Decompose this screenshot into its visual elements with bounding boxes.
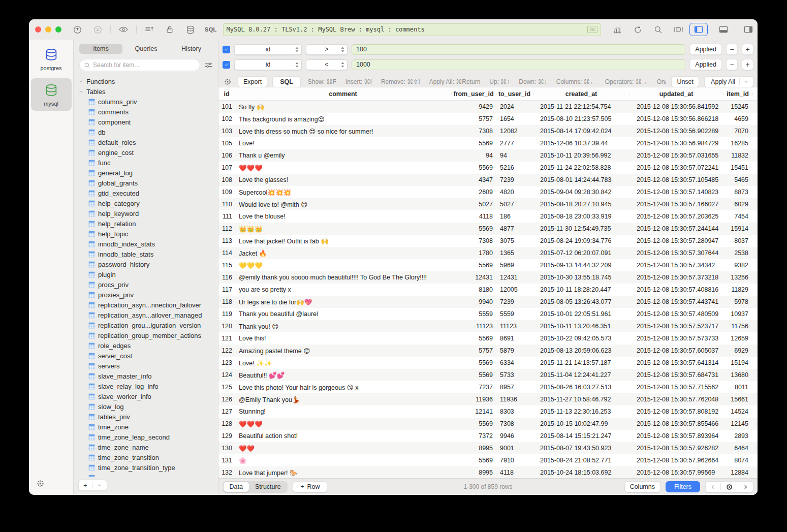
cell-updated-at[interactable]: 2015-12-08 15:30:57.408816	[629, 284, 723, 296]
table-list-item[interactable]: time_zone_name	[78, 442, 218, 452]
filter-value-input[interactable]: 1000	[352, 59, 685, 70]
table-list-item[interactable]: replication_grou...iguration_version	[78, 320, 218, 330]
cell-to-user-id[interactable]: 7910	[496, 454, 533, 466]
cell-updated-at[interactable]: 2015-12-08 15:30:57.926282	[629, 442, 723, 454]
zoom-window-button[interactable]	[55, 26, 61, 33]
add-filter-button[interactable]: +	[742, 44, 753, 55]
cell-from-user-id[interactable]: 11123	[451, 320, 496, 332]
cell-to-user-id[interactable]: 12005	[496, 284, 533, 296]
cell-is[interactable]	[752, 332, 758, 345]
cell-id[interactable]: 132	[218, 466, 235, 478]
table-row[interactable]: 105 Love! 5569 2777 2015-12-06 10:37:39.…	[218, 137, 758, 149]
cell-updated-at[interactable]: 2015-12-08 15:30:57.962664	[629, 454, 723, 466]
cell-to-user-id[interactable]: 4820	[496, 186, 533, 198]
search-icon[interactable]	[649, 23, 667, 36]
cell-created-at[interactable]: 2015-10-11 18:28:20.447	[533, 284, 629, 296]
table-row[interactable]: 114 Jacket 🔥 1780 1365 2015-07-12 06:20:…	[218, 247, 758, 259]
cell-is[interactable]	[752, 296, 758, 308]
table-row[interactable]: 121 Love this! 5569 8691 2015-10-22 09:4…	[218, 332, 758, 345]
cell-id[interactable]: 103	[218, 125, 235, 137]
table-row[interactable]: 119 Thank you beautiful @laurel 5559 555…	[218, 308, 758, 320]
cell-is[interactable]	[752, 247, 758, 259]
filter-sliders-icon[interactable]	[204, 61, 213, 70]
cell-is[interactable]	[752, 259, 758, 271]
sql-button[interactable]: SQL	[272, 76, 301, 87]
cell-comment[interactable]: Love that jacket! Outfit is fab 🙌	[235, 235, 451, 247]
cell-to-user-id[interactable]: 2777	[496, 137, 533, 149]
structure-tab[interactable]: Structure	[249, 482, 287, 492]
cell-item-id[interactable]: 13680	[723, 369, 752, 381]
cell-updated-at[interactable]: 2015-12-08 15:30:56.866218	[629, 113, 723, 125]
table-list-item[interactable]: comments	[78, 107, 218, 117]
cell-created-at[interactable]: 2015-08-01 14:24:44.783	[533, 174, 629, 186]
cell-from-user-id[interactable]: 5559	[451, 308, 496, 320]
table-row[interactable]: 111 Love the blouse! 4118 186 2015-08-18…	[218, 210, 758, 223]
cell-item-id[interactable]: 12659	[723, 332, 752, 345]
cell-from-user-id[interactable]: 7372	[451, 430, 496, 442]
cell-updated-at[interactable]: 2015-12-08 15:30:57.166027	[629, 198, 723, 210]
cell-created-at[interactable]: 2015-11-13 22:30:16.253	[533, 405, 629, 418]
cell-updated-at[interactable]: 2015-12-08 15:30:57.684731	[629, 369, 723, 381]
cell-created-at[interactable]: 2015-08-05 13:26:43.077	[533, 296, 629, 308]
cell-to-user-id[interactable]: 4118	[496, 466, 533, 478]
cell-comment[interactable]: Love!	[235, 137, 451, 149]
cell-id[interactable]: 112	[218, 223, 235, 235]
cell-item-id[interactable]: 9382	[723, 259, 752, 271]
cell-item-id[interactable]: 12884	[723, 466, 752, 478]
cell-item-id[interactable]: 15451	[723, 162, 752, 174]
table-row[interactable]: 106 Thank u @emily 94 94 2015-10-11 20:3…	[218, 149, 758, 162]
cell-created-at[interactable]: 2015-10-11 13:20:46.351	[533, 320, 629, 332]
cell-from-user-id[interactable]: 12141	[451, 405, 496, 418]
cell-comment[interactable]: 🌸	[235, 454, 451, 466]
cell-id[interactable]: 111	[218, 210, 235, 223]
table-row[interactable]: 103 Love this dress so much 😍 so nice fo…	[218, 125, 758, 137]
cell-to-user-id[interactable]: 9001	[496, 442, 533, 454]
cell-from-user-id[interactable]: 94	[451, 149, 496, 162]
cell-from-user-id[interactable]: 11936	[451, 393, 496, 405]
cell-comment[interactable]: Thank you beautiful @laurel	[235, 308, 451, 320]
cell-comment[interactable]: @Emily Thank you💃	[235, 393, 451, 405]
column-header-created-at[interactable]: created_at	[533, 90, 629, 98]
cell-comment[interactable]: Love this!	[235, 332, 451, 345]
cell-updated-at[interactable]: 2015-12-08 15:30:56.984729	[629, 137, 723, 149]
cell-id[interactable]: 109	[218, 186, 235, 198]
cell-id[interactable]: 116	[218, 271, 235, 284]
settings-gear-icon[interactable]	[36, 479, 45, 490]
cell-from-user-id[interactable]: 9429	[451, 101, 496, 113]
table-row[interactable]: 123 Love! ✨✨ 5569 6334 2015-11-21 14:13:…	[218, 357, 758, 369]
cell-is[interactable]	[752, 284, 758, 296]
cell-item-id[interactable]: 8074	[723, 454, 752, 466]
cell-item-id[interactable]: 12145	[723, 418, 752, 430]
table-row[interactable]: 115 💛💛💛 5569 5969 2015-09-13 14:44:32.20…	[218, 259, 758, 271]
cell-to-user-id[interactable]: 12082	[496, 125, 533, 137]
cell-is[interactable]	[752, 345, 758, 357]
cell-updated-at[interactable]: 2015-12-08 15:30:57.072241	[629, 162, 723, 174]
cell-item-id[interactable]: 15245	[723, 101, 752, 113]
filter-column-select[interactable]: id	[234, 59, 302, 70]
connection-mysql[interactable]: mysql	[31, 78, 72, 111]
cell-updated-at[interactable]: 2015-12-08 15:30:57.140823	[629, 186, 723, 198]
cell-item-id[interactable]: 6929	[723, 345, 752, 357]
column-header-comment[interactable]: comment	[235, 90, 451, 98]
cell-id[interactable]: 120	[218, 320, 235, 332]
cell-id[interactable]: 107	[218, 162, 235, 174]
cell-created-at[interactable]: 2015-08-13 20:59:06.623	[533, 345, 629, 357]
table-row[interactable]: 109 Supercool💥💥💥 2609 4820 2015-09-04 09…	[218, 186, 758, 198]
table-row[interactable]: 102 This background is amazing😍 5757 165…	[218, 113, 758, 125]
table-list-item[interactable]: tables_priv	[78, 412, 218, 422]
table-list-item[interactable]: columns_priv	[78, 97, 218, 107]
cell-updated-at[interactable]: 2015-12-08 15:30:57.280947	[629, 235, 723, 247]
cell-is[interactable]	[752, 162, 758, 174]
cell-id[interactable]: 131	[218, 454, 235, 466]
cell-from-user-id[interactable]: 8995	[451, 466, 496, 478]
cell-item-id[interactable]: 2538	[723, 247, 752, 259]
cell-is[interactable]	[752, 405, 758, 418]
cell-is[interactable]	[752, 198, 758, 210]
cell-created-at[interactable]: 2015-10-15 10:02:47.99	[533, 418, 629, 430]
cell-item-id[interactable]: 7070	[723, 125, 752, 137]
cell-from-user-id[interactable]: 5569	[451, 418, 496, 430]
table-list-item[interactable]: func	[78, 158, 218, 168]
cell-created-at[interactable]: 2015-10-30 13:55:18.745	[533, 271, 629, 284]
cell-from-user-id[interactable]: 7308	[451, 235, 496, 247]
cell-is[interactable]	[752, 381, 758, 393]
